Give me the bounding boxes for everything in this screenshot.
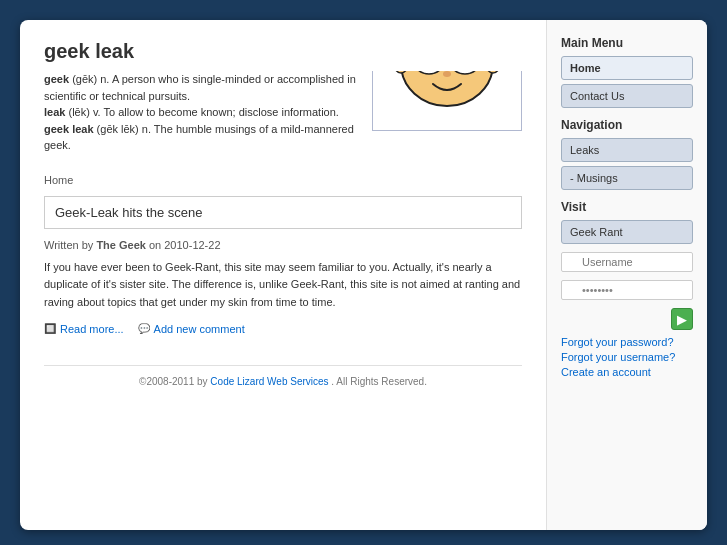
home-button[interactable]: Home <box>561 56 693 80</box>
add-comment-text: Add new comment <box>154 323 245 335</box>
footer: ©2008-2011 by Code Lizard Web Services .… <box>44 365 522 387</box>
read-more-link[interactable]: 🔲 Read more... <box>44 323 124 335</box>
geek-rant-button[interactable]: Geek Rant <box>561 220 693 244</box>
add-comment-link[interactable]: 💬 Add new comment <box>138 323 245 335</box>
leaks-button[interactable]: Leaks <box>561 138 693 162</box>
contact-us-button[interactable]: Contact Us <box>561 84 693 108</box>
username-wrapper: 👤 <box>561 252 693 276</box>
visit-title: Visit <box>561 200 693 214</box>
password-wrapper: 🔑 <box>561 280 693 304</box>
navigation-title: Navigation <box>561 118 693 132</box>
comment-icon: 💬 <box>138 323 150 335</box>
read-more-text: Read more... <box>60 323 124 335</box>
site-title: geek leak <box>44 40 522 63</box>
breadcrumb: Home <box>44 174 522 186</box>
username-input[interactable] <box>561 252 693 272</box>
content-area: geek leak <box>20 20 547 530</box>
post-meta: Written by The Geek on 2010-12-22 <box>44 239 522 251</box>
footer-link[interactable]: Code Lizard Web Services <box>210 376 331 387</box>
password-input[interactable] <box>561 280 693 300</box>
footer-text: ©2008-2011 by <box>139 376 208 387</box>
login-submit-button[interactable]: ▶ <box>671 308 693 330</box>
svg-point-13 <box>443 71 451 77</box>
hero-image: X X <box>372 71 522 131</box>
read-more-icon: 🔲 <box>44 323 56 335</box>
main-menu-title: Main Menu <box>561 36 693 50</box>
musings-button[interactable]: - Musings <box>561 166 693 190</box>
post-body: If you have ever been to Geek-Rant, this… <box>44 259 522 312</box>
post-title: Geek-Leak hits the scene <box>55 205 202 220</box>
footer-suffix: . All Rights Reserved. <box>331 376 427 387</box>
post-author: The Geek <box>96 239 146 251</box>
forgot-password-link[interactable]: Forgot your password? <box>561 336 693 348</box>
post-title-box: Geek-Leak hits the scene <box>44 196 522 229</box>
main-container: geek leak <box>20 20 707 530</box>
login-submit-row: ▶ <box>561 308 693 330</box>
post-actions: 🔲 Read more... 💬 Add new comment <box>44 323 522 335</box>
forgot-username-link[interactable]: Forgot your username? <box>561 351 693 363</box>
create-account-link[interactable]: Create an account <box>561 366 693 378</box>
sidebar: Main Menu Home Contact Us Navigation Lea… <box>547 20 707 530</box>
